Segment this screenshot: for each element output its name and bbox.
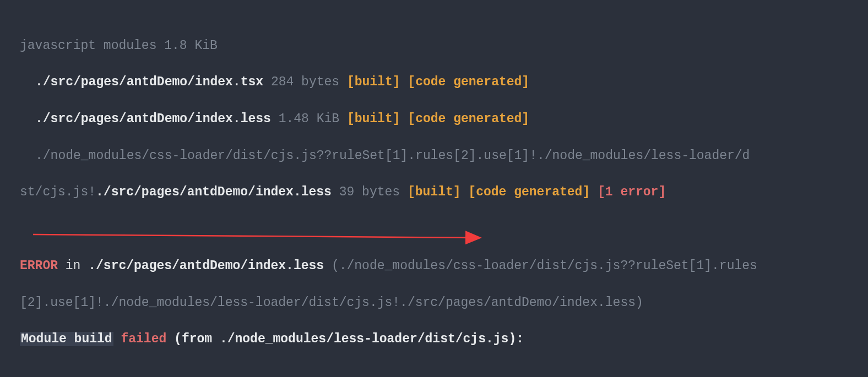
loader-chain: st/cjs.js!	[20, 185, 96, 199]
build-tags: [built] [code generated]	[408, 185, 590, 199]
failed-label: failed	[121, 332, 166, 346]
module-path: ./src/pages/antdDemo/index.tsx	[35, 75, 263, 89]
build-summary-line: javascript modules 1.8 KiB	[20, 39, 218, 53]
build-tags: [built] [code generated]	[347, 112, 529, 126]
build-tags: [built] [code generated]	[347, 75, 529, 89]
terminal-output: javascript modules 1.8 KiB ./src/pages/a…	[0, 0, 868, 377]
error-count-tag: [1 error]	[590, 185, 666, 199]
module-path: ./src/pages/antdDemo/index.less	[96, 185, 332, 199]
loader-chain: [2].use[1]!./node_modules/less-loader/di…	[20, 296, 643, 310]
module-build-label: Module build	[20, 332, 113, 346]
loader-chain: ./node_modules/css-loader/dist/cjs.js??r…	[35, 149, 750, 163]
module-path: ./src/pages/antdDemo/index.less	[35, 112, 271, 126]
plain-text: in	[58, 259, 88, 273]
from-loader: (from ./node_modules/less-loader/dist/cj…	[166, 332, 524, 346]
error-file-path: ./src/pages/antdDemo/index.less	[88, 259, 324, 273]
module-size: 1.48 KiB	[271, 112, 347, 126]
module-size: 284 bytes	[263, 75, 347, 89]
error-label: ERROR	[20, 259, 58, 273]
plain-text	[113, 332, 121, 346]
loader-chain: (./node_modules/css-loader/dist/cjs.js??…	[324, 259, 757, 273]
module-size: 39 bytes	[332, 185, 408, 199]
